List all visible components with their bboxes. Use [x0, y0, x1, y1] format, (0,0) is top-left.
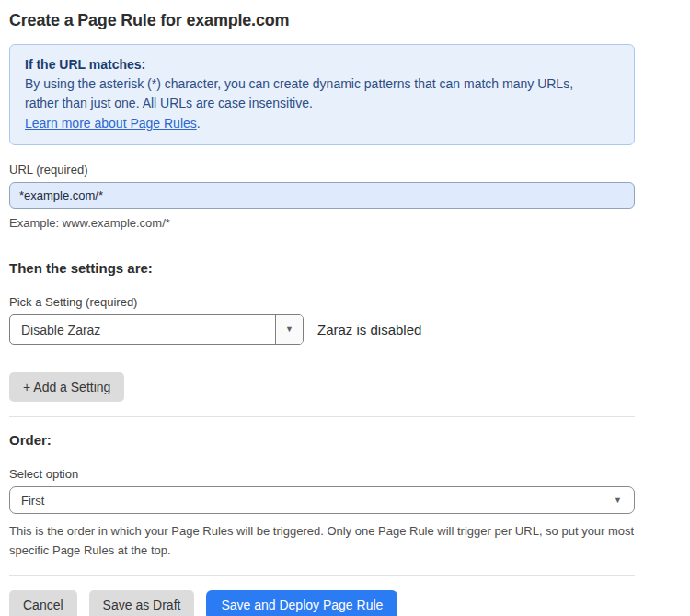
settings-section-heading: Then the settings are: — [9, 260, 637, 276]
learn-more-page-rules-link[interactable]: Learn more about Page Rules — [25, 116, 197, 131]
order-select-label: Select option — [9, 467, 637, 481]
divider — [9, 245, 635, 245]
pick-setting-label: Pick a Setting (required) — [9, 295, 637, 309]
page-title: Create a Page Rule for example.com — [9, 11, 637, 30]
cancel-button[interactable]: Cancel — [9, 590, 77, 616]
info-box-body-text: By using the asterisk (*) character, you… — [25, 74, 595, 113]
order-select-value: First — [10, 494, 44, 508]
setting-picker-row: Disable Zaraz ▼ Zaraz is disabled — [9, 314, 637, 345]
chevron-down-icon: ▼ — [285, 325, 293, 334]
order-helper-text: This is the order in which your Page Rul… — [9, 521, 635, 560]
setting-select-arrow-button[interactable]: ▼ — [275, 315, 303, 344]
save-and-deploy-button[interactable]: Save and Deploy Page Rule — [206, 590, 397, 616]
order-select[interactable]: First ▼ — [9, 486, 635, 514]
order-section-heading: Order: — [9, 432, 637, 448]
save-as-draft-button[interactable]: Save as Draft — [89, 590, 195, 616]
chevron-down-icon: ▼ — [614, 496, 622, 505]
create-page-rule-form: Create a Page Rule for example.com If th… — [0, 0, 637, 616]
setting-select[interactable]: Disable Zaraz ▼ — [9, 314, 304, 345]
url-input[interactable] — [9, 182, 635, 209]
url-example-helper: Example: www.example.com/* — [9, 216, 637, 230]
setting-select-value: Disable Zaraz — [10, 323, 100, 337]
form-action-buttons: Cancel Save as Draft Save and Deploy Pag… — [9, 590, 637, 616]
divider — [9, 575, 635, 576]
url-match-info-box: If the URL matches: By using the asteris… — [9, 44, 635, 145]
info-box-heading: If the URL matches: — [25, 54, 619, 74]
url-field-label: URL (required) — [9, 163, 637, 177]
divider — [9, 416, 635, 417]
add-setting-button[interactable]: + Add a Setting — [9, 372, 124, 402]
link-suffix-period: . — [197, 116, 201, 131]
info-box-link-line: Learn more about Page Rules. — [25, 113, 619, 133]
setting-status-text: Zaraz is disabled — [317, 322, 421, 337]
